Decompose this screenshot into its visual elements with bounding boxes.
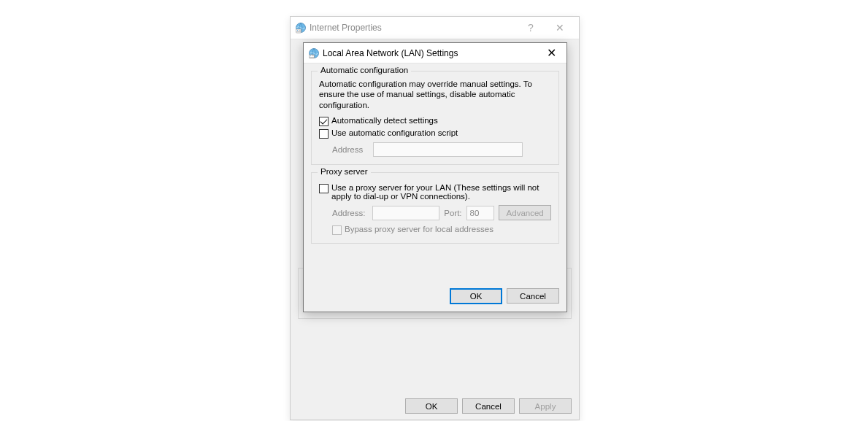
auto-detect-checkbox[interactable] [319,117,329,126]
auto-group-legend: Automatic configuration [318,66,411,74]
auto-desc: Automatic configuration may override man… [319,79,551,110]
parent-apply-button[interactable]: Apply [519,398,572,414]
proxy-port-value: 80 [470,209,480,217]
advanced-button[interactable]: Advanced [499,205,551,220]
proxy-server-group: Proxy server Use a proxy server for your… [311,172,559,244]
dialog-titlebar: Local Area Network (LAN) Settings ✕ [304,43,566,63]
automatic-configuration-group: Automatic configuration Automatic config… [311,71,559,165]
svg-rect-9 [310,57,314,58]
svg-rect-3 [299,30,301,31]
svg-rect-4 [296,31,301,32]
use-proxy-checkbox[interactable] [319,184,329,193]
proxy-port-input: 80 [466,206,494,220]
lan-dialog-icon [308,47,320,59]
proxy-group-legend: Proxy server [318,167,371,176]
dialog-cancel-button[interactable]: Cancel [507,288,559,304]
auto-detect-label: Automatically detect settings [331,116,438,125]
proxy-port-label: Port: [444,209,461,217]
proxy-address-label: Address: [332,209,368,217]
dialog-close-button[interactable]: ✕ [536,43,566,63]
internet-properties-icon [295,22,307,34]
proxy-address-input [372,206,439,220]
lan-settings-dialog: Local Area Network (LAN) Settings ✕ Auto… [303,42,567,312]
dialog-title: Local Area Network (LAN) Settings [320,48,536,58]
bypass-checkbox [332,225,342,235]
help-button[interactable]: ? [516,22,545,34]
svg-point-7 [310,55,311,55]
parent-close-button[interactable]: ✕ [545,22,575,34]
use-script-checkbox[interactable] [319,129,329,139]
use-script-label: Use automatic configuration script [331,128,458,137]
svg-rect-8 [312,55,314,56]
dialog-ok-button[interactable]: OK [450,288,502,304]
parent-titlebar: Internet Properties ? ✕ [291,17,579,39]
use-proxy-label: Use a proxy server for your LAN (These s… [331,183,551,201]
svg-rect-6 [310,55,315,58]
bypass-label: Bypass proxy server for local addresses [345,225,493,233]
parent-ok-button[interactable]: OK [405,398,458,414]
parent-title: Internet Properties [307,23,516,33]
svg-point-2 [297,30,298,31]
svg-rect-1 [296,29,302,33]
script-address-input [373,142,523,157]
script-address-label: Address [332,145,369,154]
parent-cancel-button[interactable]: Cancel [462,398,515,414]
dialog-body: Automatic configuration Automatic config… [304,63,566,312]
